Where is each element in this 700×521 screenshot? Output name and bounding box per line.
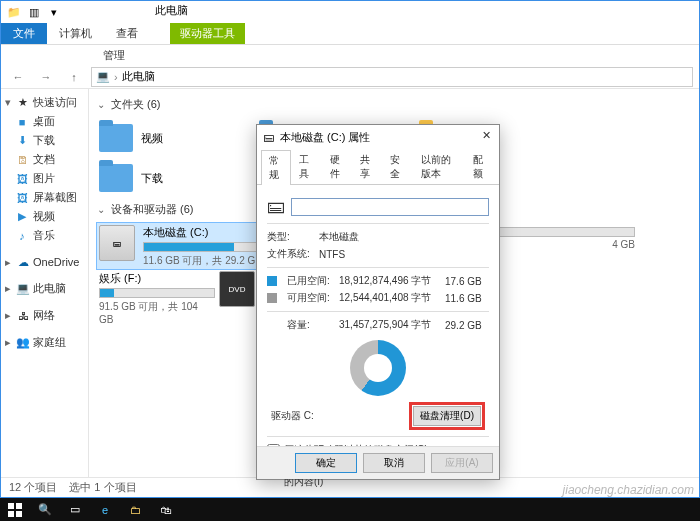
dialog-tab-strip: 常规 工具 硬件 共享 安全 以前的版本 配额 xyxy=(257,149,499,185)
status-selected-count: 选中 1 个项目 xyxy=(69,480,136,495)
tab-hardware[interactable]: 硬件 xyxy=(322,149,352,184)
tab-general[interactable]: 常规 xyxy=(261,150,291,185)
nav-sidebar: ▾★快速访问 ■桌面 ⬇下载 🖺文档 🖼图片 🖼屏幕截图 ▶视频 ♪音乐 ▸☁O… xyxy=(1,89,89,477)
free-gb: 11.6 GB xyxy=(445,293,482,304)
sidebar-this-pc[interactable]: ▸💻此电脑 xyxy=(1,279,88,298)
sidebar-item-screenshots[interactable]: 🖼屏幕截图 xyxy=(1,188,88,207)
search-icon[interactable]: 🔍 xyxy=(30,498,60,521)
homegroup-icon: 👥 xyxy=(16,336,30,350)
edge-icon[interactable]: e xyxy=(90,498,120,521)
ribbon-tab-computer[interactable]: 计算机 xyxy=(47,23,104,44)
dialog-title: 本地磁盘 (C:) 属性 xyxy=(280,130,370,145)
window-title: 此电脑 xyxy=(155,3,188,21)
network-icon: 🖧 xyxy=(16,309,30,323)
sidebar-item-pictures[interactable]: 🖼图片 xyxy=(1,169,88,188)
tab-quota[interactable]: 配额 xyxy=(465,149,495,184)
tab-tools[interactable]: 工具 xyxy=(291,149,321,184)
type-value: 本地磁盘 xyxy=(319,230,359,244)
sidebar-homegroup[interactable]: ▸👥家庭组 xyxy=(1,333,88,352)
sidebar-item-desktop[interactable]: ■桌面 xyxy=(1,112,88,131)
qat-dropdown-icon[interactable]: ▾ xyxy=(45,3,63,21)
section-folders-header[interactable]: ⌄文件夹 (6) xyxy=(97,97,691,112)
free-bytes: 12,544,401,408 字节 xyxy=(339,291,439,305)
disk-cleanup-highlight: 磁盘清理(D) xyxy=(409,402,485,430)
status-item-count: 12 个项目 xyxy=(9,480,57,495)
breadcrumb-sep: › xyxy=(114,71,118,83)
usage-bar xyxy=(99,288,215,298)
ribbon-tab-file[interactable]: 文件 xyxy=(1,23,47,44)
desktop-icon: ■ xyxy=(15,115,29,129)
drive-label-input[interactable] xyxy=(291,198,489,216)
star-icon: ★ xyxy=(16,96,30,110)
fs-value: NTFS xyxy=(319,249,345,260)
address-box[interactable]: 💻 › 此电脑 xyxy=(91,67,693,87)
folder-icon xyxy=(99,124,133,152)
sidebar-item-videos[interactable]: ▶视频 xyxy=(1,207,88,226)
used-bytes: 18,912,874,496 字节 xyxy=(339,274,439,288)
apply-button[interactable]: 应用(A) xyxy=(431,453,493,473)
sidebar-quick-access[interactable]: ▾★快速访问 xyxy=(1,93,88,112)
ribbon-context-drive-tools: 驱动器工具 xyxy=(170,23,245,44)
cloud-icon: ☁ xyxy=(16,255,30,269)
svg-rect-2 xyxy=(8,511,14,517)
qat-properties-icon[interactable]: ▥ xyxy=(25,3,43,21)
dialog-titlebar[interactable]: 🖴 本地磁盘 (C:) 属性 ✕ xyxy=(257,125,499,149)
sidebar-item-downloads[interactable]: ⬇下载 xyxy=(1,131,88,150)
usage-donut-chart xyxy=(350,340,406,396)
document-icon: 🖺 xyxy=(15,153,29,167)
folder-videos[interactable]: 视频 xyxy=(97,118,257,158)
disk-cleanup-button[interactable]: 磁盘清理(D) xyxy=(413,406,481,426)
tab-security[interactable]: 安全 xyxy=(382,149,412,184)
breadcrumb[interactable]: 此电脑 xyxy=(122,69,155,84)
used-gb: 17.6 GB xyxy=(445,276,482,287)
address-bar: ← → ↑ 💻 › 此电脑 xyxy=(1,65,699,89)
svg-rect-1 xyxy=(16,503,22,509)
used-swatch xyxy=(267,276,277,286)
taskbar: 🔍 ▭ e 🗀 🛍 xyxy=(0,498,700,521)
cancel-button[interactable]: 取消 xyxy=(363,453,425,473)
picture-icon: 🖼 xyxy=(15,172,29,186)
svg-rect-0 xyxy=(8,503,14,509)
pc-icon: 💻 xyxy=(16,282,30,296)
svg-rect-3 xyxy=(16,511,22,517)
titlebar: 📁 ▥ ▾ 此电脑 xyxy=(1,1,699,23)
sidebar-onedrive[interactable]: ▸☁OneDrive xyxy=(1,253,88,271)
free-label: 可用空间: xyxy=(287,291,333,305)
ribbon-sub: 管理 xyxy=(1,45,699,65)
tab-sharing[interactable]: 共享 xyxy=(352,149,382,184)
ribbon-tab-view[interactable]: 查看 xyxy=(104,23,150,44)
task-view-icon[interactable]: ▭ xyxy=(60,498,90,521)
free-swatch xyxy=(267,293,277,303)
type-label: 类型: xyxy=(267,230,313,244)
fs-label: 文件系统: xyxy=(267,247,313,261)
ok-button[interactable]: 确定 xyxy=(295,453,357,473)
sidebar-network[interactable]: ▸🖧网络 xyxy=(1,306,88,325)
used-label: 已用空间: xyxy=(287,274,333,288)
picture-icon: 🖼 xyxy=(15,191,29,205)
sidebar-item-documents[interactable]: 🖺文档 xyxy=(1,150,88,169)
drive-icon: 🖴 xyxy=(263,131,274,143)
capacity-bytes: 31,457,275,904 字节 xyxy=(339,318,439,332)
system-icon[interactable]: 📁 xyxy=(5,3,23,21)
store-icon[interactable]: 🛍 xyxy=(150,498,180,521)
dvd-icon: DVD xyxy=(219,271,255,307)
drive-f[interactable]: 娱乐 (F:) 91.5 GB 可用，共 104 GB xyxy=(97,269,217,315)
drive-icon: 🖴 xyxy=(267,196,285,217)
properties-dialog: 🖴 本地磁盘 (C:) 属性 ✕ 常规 工具 硬件 共享 安全 以前的版本 配额… xyxy=(256,124,500,480)
nav-forward-button: → xyxy=(35,66,57,88)
nav-up-button[interactable]: ↑ xyxy=(63,66,85,88)
ribbon-tab-manage[interactable]: 管理 xyxy=(103,48,125,63)
start-button[interactable] xyxy=(0,498,30,521)
explorer-icon[interactable]: 🗀 xyxy=(120,498,150,521)
pc-icon: 💻 xyxy=(96,70,110,83)
ribbon-tab-strip: 文件 计算机 查看 驱动器工具 xyxy=(1,23,699,45)
folder-downloads[interactable]: 下载 xyxy=(97,158,257,198)
close-button[interactable]: ✕ xyxy=(477,129,495,145)
nav-back-button[interactable]: ← xyxy=(7,66,29,88)
tab-previous[interactable]: 以前的版本 xyxy=(413,149,465,184)
music-icon: ♪ xyxy=(15,229,29,243)
drive-letter-label: 驱动器 C: xyxy=(271,409,314,423)
capacity-gb: 29.2 GB xyxy=(445,320,482,331)
folder-icon xyxy=(99,164,133,192)
sidebar-item-music[interactable]: ♪音乐 xyxy=(1,226,88,245)
